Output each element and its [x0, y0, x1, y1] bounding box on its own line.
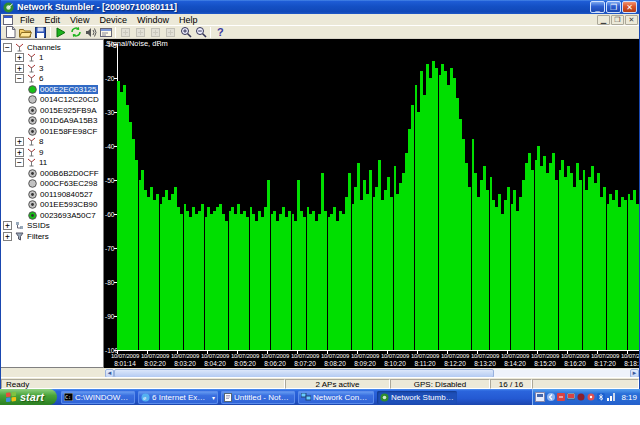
tree-item-label[interactable]: 0023693A50C7	[39, 211, 97, 220]
ap-status-icon	[27, 127, 37, 136]
open-button[interactable]	[18, 26, 33, 39]
collapse-minus-icon[interactable]: −	[15, 74, 24, 83]
tree-item-label[interactable]: 001D6A9A15B3	[39, 116, 98, 125]
minimize-button[interactable]: _	[590, 1, 605, 13]
tree-item-6[interactable]: −6	[1, 74, 103, 85]
task-ie-group[interactable]: e6 Internet Explorer▾	[138, 391, 218, 404]
tree-item-channels[interactable]: −Channels	[1, 42, 103, 53]
menu-window[interactable]: Window	[132, 14, 174, 26]
expand-plus-icon[interactable]: +	[3, 232, 12, 241]
tree-item-label[interactable]: 000E2EC03125	[39, 85, 98, 94]
tree-item-label[interactable]: 001E58FE98CF	[39, 127, 98, 136]
restore-button[interactable]: ❐	[606, 1, 621, 13]
tree-item-ssids[interactable]: +SSIDs	[1, 221, 103, 232]
tree-item-001d6a9a15b3[interactable]: 001D6A9A15B3	[1, 116, 103, 127]
group-dropdown-icon[interactable]: ▾	[212, 394, 215, 401]
mdi-close-button[interactable]: ✕	[625, 15, 638, 25]
x-tick-date: 10/07/2009	[470, 353, 500, 359]
tree-item-label[interactable]: 0015E925FB9A	[39, 106, 98, 115]
tree-item-label[interactable]: 001190840527	[39, 190, 94, 199]
speaker-button[interactable]	[83, 26, 98, 39]
tree-item-label[interactable]: Channels	[26, 43, 62, 52]
taskbar-clock[interactable]: 8:19	[621, 393, 637, 402]
tree-item-label[interactable]: Filters	[26, 232, 50, 241]
bluetooth-icon[interactable]	[597, 393, 605, 401]
tree-item-label[interactable]: 001EE593CB90	[39, 200, 98, 209]
tree-item-001190840527[interactable]: 001190840527	[1, 189, 103, 200]
tree-item-9[interactable]: +9	[1, 147, 103, 158]
tree-item-label[interactable]: 6	[38, 74, 44, 83]
mdi-restore-button[interactable]: ❐	[611, 15, 624, 25]
menu-device[interactable]: Device	[94, 14, 132, 26]
expand-plus-icon[interactable]: +	[3, 221, 12, 230]
enable-scan-button[interactable]	[53, 26, 68, 39]
x-tick-date: 10/07/2009	[440, 353, 470, 359]
menu-file[interactable]: File	[15, 14, 40, 26]
tree-item-label[interactable]: 11	[38, 158, 48, 167]
bar-gap	[249, 44, 250, 350]
mark-button-3	[148, 26, 163, 39]
new-document-icon	[5, 26, 16, 38]
task-network-connections[interactable]: Network Connections	[298, 391, 374, 404]
expand-plus-icon[interactable]: +	[15, 137, 24, 146]
tree-item-label[interactable]: 3	[38, 64, 44, 73]
tree-item-0023693a50c7[interactable]: 0023693A50C7	[1, 210, 103, 221]
close-button[interactable]: ✕	[622, 1, 637, 13]
bar-gap	[393, 44, 394, 350]
help-button[interactable]: ?	[213, 26, 228, 39]
expand-plus-icon[interactable]: +	[15, 64, 24, 73]
tray-display-icon[interactable]	[567, 393, 575, 401]
tree-item-label[interactable]: 9	[38, 148, 44, 157]
options-icon	[100, 27, 112, 38]
desktop: Network Stumbler - [20090710080111] _ ❐ …	[0, 0, 640, 425]
wireless-signal-icon[interactable]	[607, 393, 616, 401]
horizontal-scrollbar[interactable]: ◄ ►	[105, 368, 639, 377]
tree-item-001e58fe98cf[interactable]: 001E58FE98CF	[1, 126, 103, 137]
tree-item-000cf63ec298[interactable]: 000CF63EC298	[1, 179, 103, 190]
options-button[interactable]	[98, 26, 113, 39]
tree-item-label[interactable]: 000B6B2D0CFF	[39, 169, 100, 178]
menu-view[interactable]: View	[65, 14, 94, 26]
menu-edit[interactable]: Edit	[40, 14, 66, 26]
tree-item-8[interactable]: +8	[1, 137, 103, 148]
tree-item-label[interactable]: 8	[38, 137, 44, 146]
tree-item-000e2ec03125[interactable]: 000E2EC03125	[1, 84, 103, 95]
new-button[interactable]	[3, 26, 18, 39]
start-button[interactable]: start	[0, 389, 57, 405]
title-bar[interactable]: Network Stumbler - [20090710080111] _ ❐ …	[1, 0, 639, 14]
expand-plus-icon[interactable]: +	[15, 53, 24, 62]
zoom-in-button[interactable]	[178, 26, 193, 39]
tree-item-label[interactable]: 1	[38, 53, 44, 62]
tree-item-1[interactable]: +1	[1, 53, 103, 64]
tray-red-icon[interactable]	[557, 393, 565, 401]
zoom-out-button[interactable]	[193, 26, 208, 39]
tree-item-label[interactable]: 000CF63EC298	[39, 179, 98, 188]
collapse-minus-icon[interactable]: −	[3, 43, 12, 52]
toolbar-separator	[210, 27, 211, 38]
menu-help[interactable]: Help	[174, 14, 203, 26]
tray-dot-icon[interactable]	[587, 393, 595, 401]
task-cmd[interactable]: C:C:\WINDOWS\syste...	[61, 391, 135, 404]
tree-item-0015e925fb9a[interactable]: 0015E925FB9A	[1, 105, 103, 116]
antenna-icon	[26, 137, 36, 146]
task-notepad[interactable]: Untitled - Notepad	[221, 391, 295, 404]
tree-item-0014c12c20cd[interactable]: 0014C12C20CD	[1, 95, 103, 106]
expand-plus-icon[interactable]: +	[15, 148, 24, 157]
tray-app-icon[interactable]	[535, 392, 545, 402]
save-button[interactable]	[33, 26, 48, 39]
tree-item-11[interactable]: −11	[1, 158, 103, 169]
tree-item-filters[interactable]: +Filters	[1, 231, 103, 242]
tree-item-label[interactable]: 0014C12C20CD	[39, 95, 100, 104]
tree-item-000b6b2d0cff[interactable]: 000B6B2D0CFF	[1, 168, 103, 179]
collapse-minus-icon[interactable]: −	[15, 158, 24, 167]
tree-item-label[interactable]: SSIDs	[26, 221, 51, 230]
task-netstumbler[interactable]: Network Stumbler - [...	[377, 391, 457, 404]
hide-icons-chevron[interactable]	[547, 393, 555, 401]
tree-item-3[interactable]: +3	[1, 63, 103, 74]
tree-item-001ee593cb90[interactable]: 001EE593CB90	[1, 200, 103, 211]
channel-tree: −Channels+1+3−6000E2EC031250014C12C20CD0…	[1, 39, 104, 368]
tray-maroon-icon[interactable]	[577, 393, 585, 401]
auto-reconfigure-button[interactable]	[68, 26, 83, 39]
status-aps-active: 2 APs active	[285, 379, 390, 389]
mdi-minimize-button[interactable]: ▁	[597, 15, 610, 25]
